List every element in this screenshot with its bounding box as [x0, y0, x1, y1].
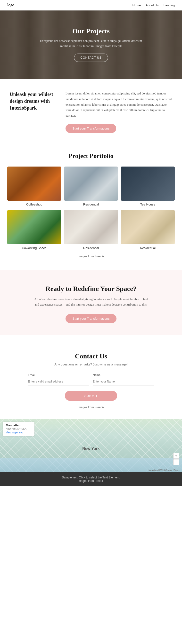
portfolio-item-0[interactable]: Coffeeshop — [7, 166, 61, 207]
footer-text: Sample text. Click to select the Text El… — [3, 476, 179, 479]
map-attribution: Map data ©2023 Google | Terms — [149, 469, 180, 471]
map-section: New York Manhattan New York, NY USA View… — [0, 419, 182, 472]
hero-cta-button[interactable]: CONTACT US — [74, 54, 108, 62]
contact-freepik-link[interactable]: Freepik — [95, 406, 104, 409]
navbar: logo Home About Us Landing — [0, 0, 182, 10]
nav-landing[interactable]: Landing — [164, 4, 175, 7]
name-input[interactable] — [93, 378, 154, 386]
portfolio-image-coffeeshop — [7, 166, 61, 201]
nav-logo: logo — [7, 3, 14, 7]
portfolio-title: Project Portfolio — [7, 152, 175, 160]
nav-home[interactable]: Home — [132, 4, 141, 7]
hero-subtitle: Excepteur sint occaecat cupidatat non pr… — [40, 38, 142, 49]
portfolio-section: Project Portfolio Coffeeshop Residential… — [0, 143, 182, 266]
portfolio-item-2[interactable]: Tea House — [121, 166, 175, 207]
contact-form: Email Name SUBMIT — [28, 374, 154, 401]
portfolio-label-1: Residential — [64, 201, 118, 207]
email-input[interactable] — [28, 378, 89, 386]
portfolio-grid: Coffeeshop Residential Tea House Coworki… — [7, 166, 175, 251]
map-info-box: Manhattan New York, NY USA View larger m… — [3, 422, 34, 436]
portfolio-label-0: Coffeeshop — [7, 201, 61, 207]
hero-content: Our Projects Excepteur sint occaecat cup… — [40, 27, 142, 62]
portfolio-image-coworking — [7, 210, 61, 244]
name-label: Name — [93, 374, 100, 377]
footer-freepik-link[interactable]: Freepik — [95, 479, 104, 482]
contact-title: Contact Us — [14, 352, 168, 360]
nav-about[interactable]: About Us — [146, 4, 159, 7]
portfolio-item-1[interactable]: Residential — [64, 166, 118, 207]
cta-button[interactable]: Start your Transformations — [66, 314, 116, 323]
portfolio-freepik-link[interactable]: Freepik — [95, 255, 104, 258]
contact-form-row: Email Name — [28, 374, 154, 386]
contact-footer: Images from Freepik — [14, 406, 168, 409]
portfolio-image-residential3 — [121, 210, 175, 244]
intro-body-block: Lorem ipsum dolor sit amet, consectetur … — [66, 91, 172, 133]
footer-images: Images from Freepik — [3, 479, 179, 482]
portfolio-label-5: Residential — [121, 244, 175, 251]
cta-section: Ready to Redefine Your Space? All of our… — [0, 270, 182, 335]
portfolio-item-4[interactable]: Residential — [64, 210, 118, 251]
portfolio-footer: Images from Freepik — [7, 255, 175, 258]
intro-cta-button[interactable]: Start your Transformations — [66, 124, 116, 133]
portfolio-label-4: Residential — [64, 244, 118, 251]
name-field-wrapper: Name — [93, 374, 154, 386]
map-place-name: Manhattan — [6, 424, 32, 427]
submit-button[interactable]: SUBMIT — [65, 391, 117, 401]
map-place-address: New York, NY USA — [6, 428, 32, 430]
portfolio-image-teahouse — [121, 166, 175, 201]
map-background: New York Manhattan New York, NY USA View… — [0, 419, 182, 472]
cta-subtitle: All of our design concepts are aimed at … — [33, 296, 149, 307]
hero-title: Our Projects — [40, 27, 142, 35]
intro-body: Lorem ipsum dolor sit amet, consectetur … — [66, 91, 172, 118]
map-city-label: New York — [82, 446, 99, 451]
map-zoom-controls: + − — [173, 453, 179, 465]
cta-title: Ready to Redefine Your Space? — [14, 285, 168, 293]
email-field-wrapper: Email — [28, 374, 89, 386]
intro-heading: Unleash your wildest design dreams with … — [10, 91, 58, 111]
contact-subtitle: Any questions or remarks? Just write us … — [14, 362, 168, 366]
hero-freepik-link[interactable]: Freepik — [112, 44, 122, 48]
portfolio-image-residential2 — [64, 210, 118, 244]
nav-links: Home About Us Landing — [132, 4, 175, 7]
portfolio-image-residential1 — [64, 166, 118, 201]
map-zoom-in-button[interactable]: + — [173, 453, 179, 459]
portfolio-item-5[interactable]: Residential — [121, 210, 175, 251]
hero-section: Our Projects Excepteur sint occaecat cup… — [0, 10, 182, 79]
portfolio-label-2: Tea House — [121, 201, 175, 207]
portfolio-item-3[interactable]: Coworking Space — [7, 210, 61, 251]
site-footer: Sample text. Click to select the Text El… — [0, 472, 182, 486]
email-label: Email — [28, 374, 35, 377]
contact-section: Contact Us Any questions or remarks? Jus… — [0, 340, 182, 419]
portfolio-label-3: Coworking Space — [7, 244, 61, 251]
map-zoom-out-button[interactable]: − — [173, 459, 179, 465]
intro-heading-block: Unleash your wildest design dreams with … — [10, 91, 58, 111]
map-larger-link[interactable]: View larger map — [6, 431, 32, 434]
intro-section: Unleash your wildest design dreams with … — [0, 79, 182, 143]
